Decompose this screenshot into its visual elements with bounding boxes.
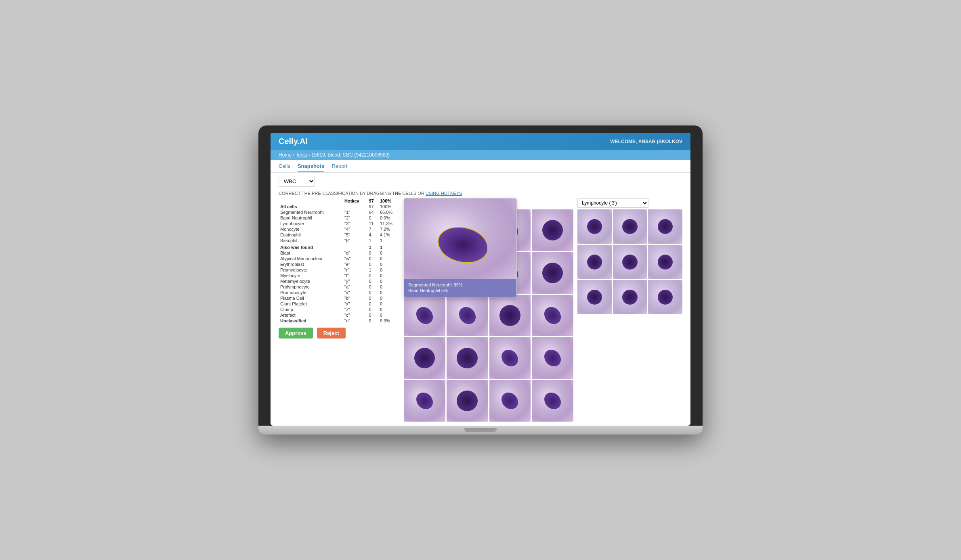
cell-hotkey (343, 204, 367, 209)
col-count: 97 (367, 198, 378, 204)
app-welcome: WELCOME, ANSAR (SKOLKOV (610, 139, 682, 144)
cell-pct: 1 (378, 238, 400, 243)
cell-hotkey: "w" (343, 256, 367, 261)
col-hotkey: Hotkey (343, 198, 367, 204)
right-cell-1[interactable] (613, 209, 647, 244)
center-cell-13[interactable] (447, 337, 488, 379)
toolbar: WBC RBC PLT (271, 173, 690, 190)
cell-pct: 0 (378, 256, 400, 261)
cell-pct: 0 (378, 284, 400, 290)
cell-table: Hotkey 97 100% All cells 97 100% Segment… (279, 198, 400, 324)
right-cell-8[interactable] (648, 280, 682, 314)
center-cell-14[interactable] (489, 337, 531, 379)
cell-hotkey: "b" (343, 295, 367, 301)
cell-name: Monocyte (279, 226, 343, 232)
cell-name: Unclassified (279, 318, 343, 324)
laptop-frame: Celly.AI WELCOME, ANSAR (SKOLKOV Home › … (258, 125, 703, 435)
cell-count: 1 (367, 243, 378, 250)
cell-pct: 0 (378, 290, 400, 295)
cell-pct: 0 (378, 267, 400, 273)
cell-pct: 0.0% (378, 215, 400, 221)
breadcrumb: Home › Tests › 15619. Blood: CBC (942210… (271, 150, 690, 160)
right-type-select[interactable]: Lymphocyte ('3') Segmented Neutrophil ('… (577, 198, 648, 208)
reject-button[interactable]: Reject (317, 328, 346, 339)
cell-pct: 0 (378, 278, 400, 284)
right-cell-5[interactable] (648, 245, 682, 279)
cell-name: Atypical Mononuclear (279, 256, 343, 261)
breadcrumb-current: 15619. Blood: CBC (942210006583) (311, 152, 390, 158)
cell-name: All cells (279, 204, 343, 209)
center-cell-11[interactable] (532, 295, 573, 336)
hotkeys-link[interactable]: USING HOTKEYS (426, 191, 462, 196)
cell-pct: 100% (378, 204, 400, 209)
cell-count: 11 (367, 221, 378, 226)
center-cell-9[interactable] (447, 295, 488, 336)
right-cell-grid (577, 209, 682, 314)
center-cell-17[interactable] (447, 380, 488, 422)
center-cell-10[interactable] (489, 295, 531, 336)
right-cell-4[interactable] (613, 245, 647, 279)
cell-name: Segmented Neutrophil (279, 209, 343, 215)
tab-snapshots[interactable]: Snapshots (298, 163, 324, 172)
cell-name: Myelocyte (279, 273, 343, 278)
cell-hotkey: "u" (343, 318, 367, 324)
cell-pct: 0 (378, 307, 400, 312)
cell-count: 0 (367, 290, 378, 295)
cell-hotkey: "z" (343, 307, 367, 312)
cell-hotkey: "4" (343, 226, 367, 232)
cell-hotkey (343, 243, 367, 250)
center-cell-3[interactable] (532, 209, 573, 251)
center-cell-12[interactable] (404, 337, 445, 379)
cell-hotkey: "3" (343, 221, 367, 226)
approve-button[interactable]: Approve (279, 328, 313, 339)
center-cell-8[interactable] (404, 295, 445, 336)
app-title: Celly.AI (279, 137, 308, 146)
cell-pct: 0 (378, 295, 400, 301)
tab-cells[interactable]: Cells (279, 163, 290, 172)
cell-count: 0 (367, 215, 378, 221)
cell-hotkey: "x" (343, 301, 367, 307)
cell-pct: 11.3% (378, 221, 400, 226)
cell-pct: 0 (378, 273, 400, 278)
cell-count: 7 (367, 226, 378, 232)
right-cell-3[interactable] (577, 245, 612, 279)
cell-count: 97 (367, 204, 378, 209)
right-cell-0[interactable] (577, 209, 612, 244)
cell-count: 0 (367, 250, 378, 256)
nav-tabs: Cells Snapshots Report (271, 160, 690, 173)
cell-hotkey: "c" (343, 312, 367, 318)
cell-name: Prolymphocyte (279, 284, 343, 290)
center-cell-16[interactable] (404, 380, 445, 422)
popup-line2: Band Neutrophil 5% (408, 288, 512, 293)
center-cell-19[interactable] (532, 380, 573, 422)
cell-count: 4 (367, 232, 378, 238)
cell-count: 1 (367, 238, 378, 243)
cell-count: 0 (367, 273, 378, 278)
wbc-select[interactable]: WBC RBC PLT (279, 176, 315, 187)
cell-count: 0 (367, 301, 378, 307)
cell-hotkey: "y" (343, 278, 367, 284)
tab-report[interactable]: Report (332, 163, 347, 172)
center-cell-15[interactable] (532, 337, 573, 379)
right-cell-6[interactable] (577, 280, 612, 314)
cell-pct: 1 (378, 243, 400, 250)
cell-name: Giant Platelet (279, 301, 343, 307)
center-cell-18[interactable] (489, 380, 531, 422)
popup-info: Segmented Neutrophil 89% Band Neutrophil… (404, 279, 516, 297)
cell-pct: 0 (378, 312, 400, 318)
right-cell-7[interactable] (613, 280, 647, 314)
cell-hotkey: "2" (343, 215, 367, 221)
cell-name: Artefact (279, 312, 343, 318)
cell-hotkey: "t" (343, 273, 367, 278)
right-cell-2[interactable] (648, 209, 682, 244)
left-panel: Hotkey 97 100% All cells 97 100% Segment… (279, 198, 400, 422)
breadcrumb-tests[interactable]: Tests (296, 152, 307, 158)
action-buttons: Approve Reject (279, 328, 400, 339)
cell-name: Basophil (279, 238, 343, 243)
breadcrumb-home[interactable]: Home (279, 152, 292, 158)
instruction-text: CORRECT THE PRE-CLASSIFICATION BY DRAGGI… (279, 191, 424, 196)
cell-hotkey: "r" (343, 267, 367, 273)
cell-name: Blast (279, 250, 343, 256)
right-panel: Lymphocyte ('3') Segmented Neutrophil ('… (577, 198, 682, 422)
center-cell-7[interactable] (532, 252, 573, 294)
